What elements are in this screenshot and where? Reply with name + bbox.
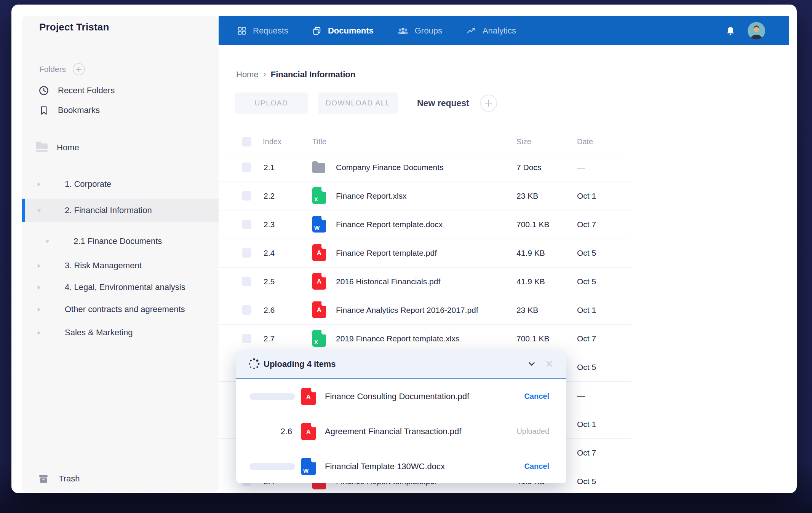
- upload-item-index: 2.6: [280, 427, 292, 437]
- add-folder-button[interactable]: [72, 63, 85, 76]
- tab-label: Analytics: [483, 26, 516, 36]
- sidebar-item-label: Bookmarks: [58, 105, 100, 115]
- xlsx-file-icon: X: [312, 187, 326, 204]
- upload-item: AFinance Consulting Documentation.pdfCan…: [236, 379, 566, 414]
- table-row[interactable]: 2.3WFinance Report template.docx700.1 KB…: [219, 210, 631, 239]
- sidebar-item-bookmarks[interactable]: Bookmarks: [38, 103, 100, 118]
- upload-item-name: Financial Template 130WC.docx: [325, 462, 524, 472]
- close-icon[interactable]: [544, 358, 555, 369]
- table-row[interactable]: 2.2XFinance Report.xlsx23 KBOct 1: [219, 182, 631, 210]
- tab-analytics[interactable]: Analytics: [466, 26, 516, 36]
- column-header-index: Index: [263, 137, 281, 146]
- cell-size: 700.1 KB: [516, 220, 549, 229]
- row-checkbox[interactable]: [242, 220, 251, 229]
- sidebar-item-label: Home: [57, 143, 79, 153]
- cancel-upload-button[interactable]: Cancel: [524, 462, 549, 471]
- cell-date: —: [577, 391, 585, 400]
- row-checkbox[interactable]: [242, 163, 251, 172]
- user-avatar[interactable]: [748, 22, 765, 40]
- row-checkbox[interactable]: [242, 334, 251, 343]
- sidebar-item-2-financial-information[interactable]: 2. Financial Information: [22, 199, 219, 222]
- chevron-right-icon[interactable]: [37, 307, 42, 312]
- row-checkbox[interactable]: [242, 277, 251, 286]
- chevron-down-icon[interactable]: [45, 239, 50, 244]
- cell-date: Oct 5: [577, 477, 596, 486]
- chevron-right-icon[interactable]: [37, 330, 42, 336]
- upload-items-list: AFinance Consulting Documentation.pdfCan…: [236, 379, 566, 483]
- trash-archive-icon: [37, 473, 50, 485]
- sidebar-item-4-legal-environmental-analysis[interactable]: 4. Legal, Environmental analysis: [22, 277, 219, 298]
- sidebar-item-3-risk-management[interactable]: 3. Risk Management: [22, 255, 219, 276]
- cell-index: 2.3: [264, 220, 275, 229]
- upload-modal-title: Uploading 4 items: [264, 359, 336, 369]
- cell-size: 23 KB: [516, 306, 538, 315]
- tab-label: Requests: [253, 26, 288, 36]
- chevron-down-icon[interactable]: [526, 358, 537, 369]
- cell-date: —: [577, 163, 585, 172]
- breadcrumb-home-link[interactable]: Home: [236, 70, 259, 80]
- screen: { "app": { "project_title": "Project Tri…: [0, 0, 812, 513]
- cell-title: Finance Analytics Report 2016-2017.pdf: [336, 306, 478, 315]
- xlsx-file-icon: X: [312, 330, 326, 347]
- sidebar-item-1-corporate[interactable]: 1. Corporate: [22, 174, 219, 195]
- pdf-file-icon: A: [301, 423, 316, 440]
- cell-date: Oct 5: [577, 277, 596, 286]
- tab-label: Groups: [415, 26, 442, 36]
- table-row[interactable]: 2.7X2019 Finance Report template.xlxs700…: [219, 324, 631, 353]
- table-row[interactable]: 2.4AFinance Report template.pdf41.9 KBOc…: [219, 239, 631, 268]
- cell-index: 2.6: [264, 306, 275, 315]
- breadcrumb-separator: ›: [263, 69, 266, 80]
- sidebar-item-home[interactable]: Home: [36, 140, 79, 155]
- row-checkbox[interactable]: [242, 305, 251, 315]
- sidebar-item-label: 4. Legal, Environmental analysis: [65, 282, 185, 292]
- sidebar-item-2-1-finance-documents[interactable]: 2.1 Finance Documents: [22, 231, 219, 252]
- tab-groups[interactable]: Groups: [397, 26, 442, 36]
- pdf-file-icon: A: [312, 301, 326, 318]
- analytics-icon: [466, 26, 476, 36]
- upload-item: WFinancial Template 130WC.docxCancel: [236, 449, 566, 483]
- table-row[interactable]: 2.5A2016 Historical Financials.pdf41.9 K…: [219, 267, 631, 296]
- breadcrumb: Home › Financial Information: [236, 69, 355, 80]
- docx-file-icon: W: [312, 216, 326, 233]
- bookmark-icon: [38, 105, 50, 116]
- download-all-button[interactable]: DOWNLOAD ALL: [318, 92, 398, 114]
- groups-icon: [397, 26, 409, 36]
- sidebar-item-label: Trash: [59, 474, 80, 484]
- cell-date: Oct 5: [577, 363, 596, 372]
- column-header-size: Size: [516, 137, 531, 146]
- pdf-file-icon: A: [301, 388, 316, 405]
- folders-section-header: Folders: [39, 62, 66, 76]
- table-row[interactable]: 2.1Company Finance Documents7 Docs—: [219, 153, 631, 182]
- upload-modal-header: Uploading 4 items: [236, 350, 566, 379]
- documents-icon: [312, 26, 322, 36]
- chevron-right-icon[interactable]: [37, 182, 42, 187]
- notifications-bell-icon[interactable]: [725, 25, 736, 37]
- sidebar-item-other-contracts-and-agreements[interactable]: Other contracts and agreements: [22, 299, 219, 320]
- select-all-checkbox[interactable]: [242, 137, 251, 147]
- tab-requests[interactable]: Requests: [237, 26, 288, 36]
- sidebar-item-sales-marketing[interactable]: Sales & Marketing: [22, 322, 219, 343]
- docx-file-icon: W: [301, 458, 316, 475]
- sidebar-item-recent-folders[interactable]: Recent Folders: [38, 83, 115, 98]
- sidebar-item-label: 3. Risk Management: [65, 261, 142, 271]
- sidebar-item-trash[interactable]: Trash: [37, 471, 80, 486]
- upload-item: 2.6AAgreement Financial Transaction.pdfU…: [236, 414, 566, 449]
- table-row[interactable]: 2.6AFinance Analytics Report 2016-2017.p…: [219, 296, 631, 325]
- cell-date: Oct 5: [577, 249, 596, 258]
- cancel-upload-button[interactable]: Cancel: [524, 392, 549, 401]
- folder-open-icon: [36, 143, 48, 152]
- chevron-right-icon[interactable]: [37, 263, 42, 269]
- chevron-down-icon[interactable]: [37, 208, 42, 213]
- upload-button[interactable]: UPLOAD: [235, 92, 308, 114]
- top-navbar: RequestsDocumentsGroupsAnalytics: [219, 16, 789, 45]
- chevron-right-icon[interactable]: [37, 285, 42, 290]
- cell-size: 41.9 KB: [516, 277, 545, 286]
- row-checkbox[interactable]: [242, 248, 251, 258]
- column-header-title: Title: [312, 137, 326, 146]
- tab-documents[interactable]: Documents: [312, 26, 374, 36]
- new-request-button[interactable]: New request: [417, 92, 497, 114]
- column-header-date: Date: [577, 137, 593, 146]
- sidebar-item-label: Other contracts and agreements: [65, 304, 185, 314]
- tab-label: Documents: [328, 26, 374, 36]
- row-checkbox[interactable]: [242, 191, 251, 201]
